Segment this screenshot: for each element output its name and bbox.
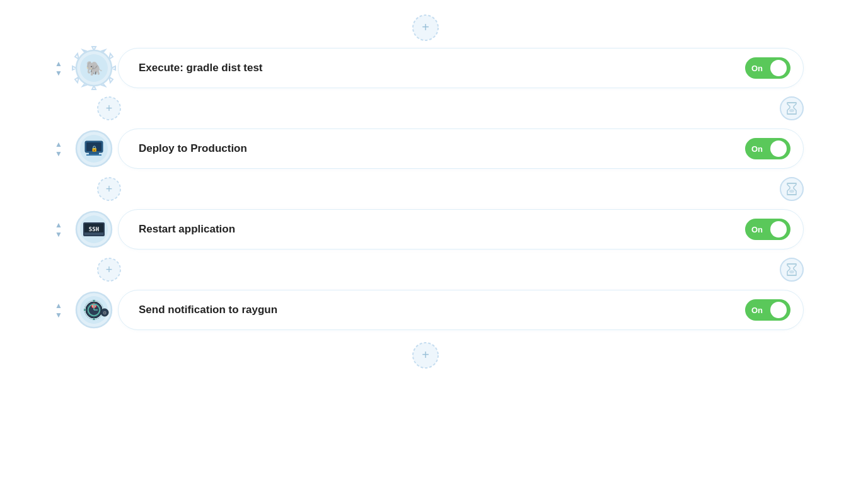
step-icon-container-2: 🔒 [70, 125, 118, 173]
step-label-3: Restart application [139, 223, 745, 236]
arrow-down-icon-2: ▼ [55, 149, 62, 158]
add-step-button-3[interactable]: + [94, 174, 124, 204]
step-row-2: ▲ ▼ 🔒 Deploy to Production On [47, 125, 804, 173]
toggle-wrap-1: On [745, 57, 790, 79]
step-card-3: Restart application On [118, 209, 804, 249]
connector-right-2 [780, 177, 804, 201]
toggle-knob-2 [770, 140, 787, 157]
svg-point-21 [789, 190, 794, 193]
toggle-3[interactable]: On [745, 219, 790, 240]
hourglass-icon-1[interactable] [780, 96, 804, 120]
arrow-up-icon-2: ▲ [55, 140, 62, 149]
step-card-2: Deploy to Production On [118, 129, 804, 169]
step-row-3: ▲ ▼ SSH Restart application On [47, 205, 804, 253]
toggle-wrap-4: On [745, 299, 790, 321]
toggle-wrap-3: On [745, 219, 790, 240]
reorder-handle-4[interactable]: ▲ ▼ [47, 301, 70, 319]
svg-text:🐘: 🐘 [86, 60, 103, 77]
toggle-knob-4 [770, 302, 787, 318]
toggle-wrap-2: On [745, 138, 790, 159]
step-icon-container-3: SSH [70, 205, 118, 253]
add-step-button-2[interactable]: + [94, 93, 124, 123]
toggle-2[interactable]: On [745, 138, 790, 159]
arrow-down-icon-3: ▼ [55, 230, 62, 239]
toggle-text-3: On [751, 225, 763, 234]
arrow-up-icon: ▲ [55, 59, 62, 68]
gear-icon-1: 🐘 [70, 44, 118, 92]
add-step-button-4[interactable]: + [94, 255, 124, 285]
reorder-handle-3[interactable]: ▲ ▼ [47, 220, 70, 239]
svg-text:+: + [422, 348, 429, 362]
hourglass-icon-3[interactable] [780, 258, 804, 282]
svg-rect-13 [89, 152, 99, 154]
svg-point-9 [789, 109, 794, 112]
step-label-2: Deploy to Production [139, 142, 745, 155]
svg-text:+: + [106, 183, 113, 195]
add-step-button-top[interactable]: + [410, 13, 441, 43]
svg-text:+: + [422, 20, 429, 34]
step-icon-container-1: 🐘 [70, 44, 118, 92]
gear-icon-4: 🎯 ⚙ [70, 286, 118, 334]
pipeline-container: + ▲ ▼ 🐘 Execute: gradle dist test On [47, 13, 804, 370]
step-label-1: Execute: gradle dist test [139, 62, 745, 74]
svg-text:🔒: 🔒 [91, 145, 98, 152]
toggle-text-1: On [751, 64, 763, 73]
connector-area-2: + [47, 174, 804, 204]
svg-text:SSH: SSH [89, 226, 99, 232]
hourglass-icon-2[interactable] [780, 177, 804, 201]
connector-area-3: + [47, 255, 804, 285]
svg-point-32 [789, 270, 794, 273]
step-icon-container-4: 🎯 ⚙ [70, 286, 118, 334]
add-step-button-bottom[interactable]: + [410, 340, 441, 370]
step-card-4: Send notification to raygun On [118, 290, 804, 330]
toggle-text-4: On [751, 306, 763, 315]
toggle-knob-1 [770, 60, 787, 76]
svg-rect-14 [86, 154, 101, 156]
step-row-4: ▲ ▼ 🎯 [47, 286, 804, 334]
arrow-up-icon-3: ▲ [55, 220, 62, 229]
toggle-text-2: On [751, 144, 763, 154]
svg-text:+: + [106, 102, 113, 115]
step-label-4: Send notification to raygun [139, 304, 745, 316]
svg-text:+: + [106, 263, 113, 276]
arrow-down-icon-4: ▼ [55, 311, 62, 319]
gear-icon-2: 🔒 [70, 125, 118, 173]
reorder-handle-2[interactable]: ▲ ▼ [47, 140, 70, 158]
connector-area-1: + [47, 93, 804, 123]
arrow-up-icon-4: ▲ [55, 301, 62, 310]
svg-rect-26 [84, 232, 103, 235]
connector-right-1 [780, 96, 804, 120]
toggle-knob-3 [770, 221, 787, 238]
toggle-4[interactable]: On [745, 299, 790, 321]
svg-text:⚙: ⚙ [103, 311, 107, 315]
step-card-1: Execute: gradle dist test On [118, 48, 804, 88]
step-row-1: ▲ ▼ 🐘 Execute: gradle dist test On [47, 44, 804, 92]
connector-right-3 [780, 258, 804, 282]
reorder-handle-1[interactable]: ▲ ▼ [47, 59, 70, 77]
toggle-1[interactable]: On [745, 57, 790, 79]
gear-icon-3: SSH [70, 205, 118, 253]
arrow-down-icon: ▼ [55, 69, 62, 77]
